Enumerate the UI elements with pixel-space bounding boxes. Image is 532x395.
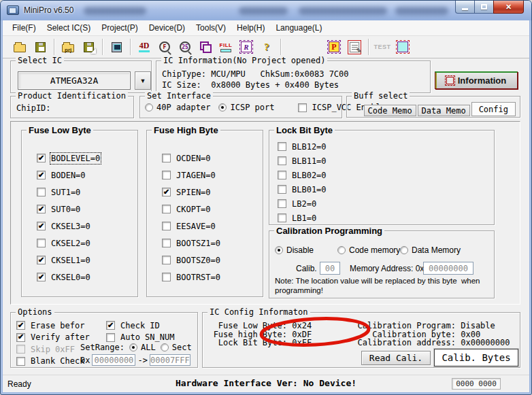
checkbox-row[interactable]: JTAGEN=0 — [162, 167, 220, 184]
setrange-label: SetRange: — [80, 343, 124, 352]
save-file-button[interactable] — [30, 37, 50, 56]
radio-row[interactable]: ALL — [129, 343, 156, 352]
checkbox-row[interactable]: BLB01=0 — [278, 182, 327, 196]
checkbox-row[interactable]: LB1=0 — [278, 211, 327, 225]
open-file-icon — [14, 44, 26, 52]
help-button[interactable]: ? — [256, 37, 277, 56]
information-button[interactable]: Information — [435, 71, 518, 89]
checkbox-row[interactable]: Skip 0xFF — [16, 343, 90, 356]
checkbox-row[interactable]: Blank Check — [16, 356, 90, 368]
radio-row[interactable]: Code memory — [337, 245, 400, 255]
checkbox-label: BODLEVEL=0 — [51, 154, 100, 163]
device-icon — [112, 42, 122, 52]
save-project-button[interactable] — [78, 37, 99, 56]
radio-row[interactable]: 40P adapter — [145, 103, 210, 112]
checkbox-row[interactable]: LB2=0 — [278, 196, 327, 211]
open-file-button[interactable] — [10, 37, 30, 56]
fuse-low-byte-group: Fuse Low Byte BODLEVEL=0BODEN=0SUT1=0SUT… — [21, 130, 138, 297]
calib-value-field: 00 — [320, 262, 340, 275]
checkbox-row[interactable]: BODEN=0 — [37, 167, 100, 184]
checkbox-row[interactable]: Auto SN_NUM — [106, 332, 174, 344]
checkbox-row[interactable]: Verify after — [16, 332, 90, 344]
checkbox-label: CKSEL1=0 — [51, 256, 90, 265]
checkbox-label: BOOTSZ1=0 — [176, 239, 220, 248]
checkbox-row[interactable]: BLB02=0 — [278, 168, 327, 182]
chip-r-button[interactable]: R — [236, 37, 256, 56]
fill-buffer-button[interactable]: FILL — [216, 37, 236, 56]
menu-item-deviced[interactable]: Device(D) — [144, 21, 190, 35]
edit-buffer-button[interactable] — [344, 37, 365, 56]
compare-button[interactable] — [195, 37, 216, 56]
calib-label: Calib. — [296, 264, 317, 273]
menu-item-filef[interactable]: File(F) — [7, 21, 41, 35]
checkbox-label: BODEN=0 — [51, 171, 86, 180]
redacted-text — [299, 7, 387, 15]
menu-item-selectics[interactable]: Select IC(S) — [41, 21, 97, 35]
tab-config[interactable]: Config — [471, 102, 516, 116]
radio-row[interactable]: Disable — [275, 245, 314, 255]
checkbox-row[interactable]: BOOTRST=0 — [162, 269, 220, 286]
radio-row[interactable]: Data Memory — [400, 245, 461, 255]
checkbox-row[interactable]: SUT0=0 — [37, 201, 100, 218]
radio — [400, 246, 408, 254]
menu-item-projectp[interactable]: Project(P) — [96, 21, 143, 35]
checkbox-row[interactable]: CKSEL3=0 — [37, 218, 100, 235]
menu-item-toolsv[interactable]: Tools(V) — [190, 21, 231, 35]
status-counter: 0000 0000 — [452, 378, 501, 390]
checkbox-row[interactable]: CKOPT=0 — [162, 201, 220, 218]
checkbox-row[interactable]: BLB11=0 — [278, 154, 327, 168]
menu-item-helph[interactable]: Help(H) — [231, 21, 270, 35]
tab-data-memo[interactable]: Data Memo — [418, 105, 470, 116]
redacted-text — [239, 7, 288, 15]
ic-combo-dropdown-button[interactable] — [135, 71, 151, 90]
open-project-button[interactable]: prj — [58, 37, 78, 56]
tab-code-memo[interactable]: Code Memo — [364, 105, 416, 116]
checkbox-row[interactable]: BODLEVEL=0 — [37, 150, 100, 167]
read-cali-button[interactable]: Read Cali. — [361, 351, 431, 365]
close-button[interactable]: ✕ — [493, 1, 524, 14]
checkbox-row[interactable]: BLB12=0 — [278, 139, 327, 154]
range-from-field: 00000000 — [92, 354, 135, 366]
read-id-button[interactable]: 4D — [134, 37, 154, 56]
checkbox-row[interactable]: Check ID — [106, 320, 174, 332]
checkbox-label: Check ID — [120, 321, 160, 330]
checkbox — [37, 273, 46, 281]
checkbox-label: BLB01=0 — [292, 185, 327, 194]
checkbox — [16, 333, 25, 342]
radio-label: 40P adapter — [156, 103, 210, 112]
device-button[interactable] — [106, 37, 127, 56]
checkbox-row[interactable]: CKSEL0=0 — [37, 269, 100, 286]
checkbox-row[interactable]: SPIEN=0 — [162, 184, 220, 201]
radio-row[interactable]: Sect — [161, 343, 192, 352]
minimize-button[interactable] — [455, 1, 475, 14]
save-file-icon — [35, 42, 46, 52]
calib-bytes-button[interactable]: Calib. Bytes — [434, 349, 518, 366]
search-button[interactable]: F — [154, 37, 175, 56]
checkbox-row[interactable]: CKSEL2=0 — [37, 235, 100, 252]
program-button[interactable]: P — [324, 37, 344, 56]
checkbox-row[interactable]: BOOTSZ0=0 — [162, 252, 220, 269]
radio-row[interactable]: ICSP port — [218, 103, 274, 112]
checkbox-row[interactable]: SUT1=0 — [37, 184, 100, 201]
checkbox-row[interactable]: EESAVE=0 — [162, 218, 220, 235]
fuse-high-byte-title: Fuse High Byte — [152, 125, 220, 135]
program-icon: P — [329, 41, 339, 52]
checkbox-row[interactable]: CKSEL1=0 — [37, 252, 100, 269]
checkbox — [16, 357, 25, 366]
serial-25-icon: 25 — [180, 41, 190, 52]
checkbox-row[interactable]: OCDEN=0 — [162, 150, 220, 167]
checkbox-row[interactable]: BOOTSZ1=0 — [162, 235, 220, 252]
checkbox-label: LB2=0 — [292, 199, 316, 209]
checkbox-label: BLB12=0 — [292, 142, 327, 152]
menu-item-languagel[interactable]: Language(L) — [270, 21, 327, 35]
maximize-button[interactable] — [475, 1, 493, 14]
checkbox-row[interactable]: Erase befor — [16, 320, 90, 332]
serial-25-button[interactable]: 25 — [175, 37, 195, 56]
radio — [145, 103, 153, 111]
lock-bit-byte-group: Lock Bit Byte BLB12=0BLB11=0BLB02=0BLB01… — [269, 130, 495, 225]
ic-combo[interactable]: ATMEGA32A — [18, 71, 131, 90]
product-identification-group: Product Identification ChipID: — [10, 96, 134, 118]
checkbox — [162, 154, 171, 162]
range-to-field: 00007FFF — [150, 354, 190, 366]
burn-chip-button[interactable] — [393, 37, 413, 56]
